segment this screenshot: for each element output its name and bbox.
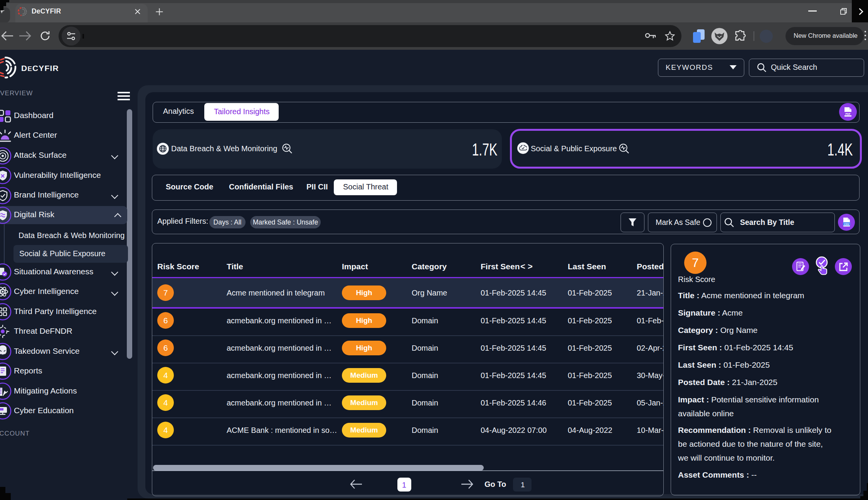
svg-text:PDF: PDF [846, 113, 851, 115]
svg-text:CSV: CSV [844, 223, 849, 225]
